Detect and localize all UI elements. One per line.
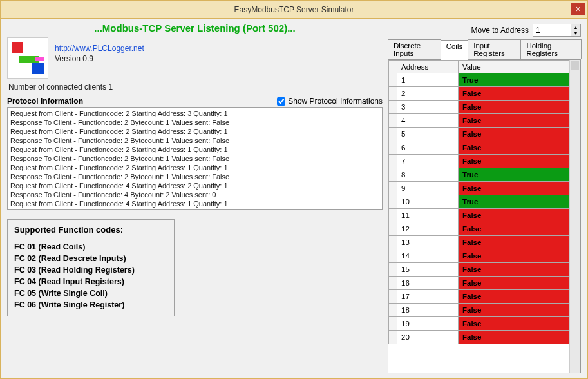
cell-address[interactable]: 9 [397, 182, 459, 195]
cell-value[interactable]: False [459, 222, 569, 236]
row-header [389, 101, 397, 114]
header-text: http://www.PLCLogger.net Version 0.9 [55, 37, 144, 63]
cell-address[interactable]: 16 [397, 277, 459, 290]
col-value[interactable]: Value [459, 61, 569, 73]
cell-value[interactable]: False [459, 141, 569, 155]
table-row[interactable]: 13False [389, 236, 569, 249]
cell-value[interactable]: False [459, 236, 569, 249]
show-protocol-input[interactable] [277, 97, 285, 106]
table-row[interactable]: 2False [389, 87, 569, 101]
cell-value[interactable]: False [459, 249, 569, 263]
cell-value[interactable]: False [459, 114, 569, 128]
protocol-log[interactable]: Request from Client - Functioncode: 2 St… [7, 107, 383, 210]
show-protocol-label: Show Protocol Informations [288, 97, 383, 106]
cell-value[interactable]: True [459, 195, 569, 209]
window-title: EasyModbusTCP Server Simulator [234, 5, 354, 14]
show-protocol-checkbox[interactable]: Show Protocol Informations [277, 97, 383, 106]
cell-value[interactable]: False [459, 87, 569, 101]
table-row[interactable]: 8True [389, 168, 569, 182]
cell-address[interactable]: 2 [397, 87, 459, 101]
table-row[interactable]: 1True [389, 73, 569, 87]
cell-address[interactable]: 1 [397, 73, 459, 87]
cell-value[interactable]: False [459, 304, 569, 317]
protocol-header-row: Protocol Information Show Protocol Infor… [7, 97, 383, 106]
log-line: Response To Client - Functioncode: 2 Byt… [10, 172, 379, 181]
cell-value[interactable]: False [459, 209, 569, 222]
cell-value[interactable]: False [459, 182, 569, 195]
table-row[interactable]: 3False [389, 101, 569, 114]
spinner-down-icon[interactable]: ▼ [571, 30, 580, 36]
cell-address[interactable]: 12 [397, 222, 459, 236]
table-row[interactable]: 6False [389, 141, 569, 155]
cell-value[interactable]: False [459, 128, 569, 141]
tab-discrete-inputs[interactable]: Discrete Inputs [388, 39, 441, 59]
table-row[interactable]: 19False [389, 317, 569, 331]
cell-value[interactable]: False [459, 101, 569, 114]
move-label: Move to Address [471, 26, 529, 35]
row-header [389, 155, 397, 168]
row-header [389, 222, 397, 236]
address-input[interactable] [533, 24, 571, 36]
cell-value[interactable]: False [459, 263, 569, 277]
table-row[interactable]: 11False [389, 209, 569, 222]
data-grid[interactable]: Address Value 1True2False3False4False5Fa… [388, 60, 569, 373]
table-row[interactable]: 17False [389, 290, 569, 304]
spinner-up-icon[interactable]: ▲ [571, 24, 580, 30]
cell-address[interactable]: 15 [397, 263, 459, 277]
table-row[interactable]: 10True [389, 195, 569, 209]
cell-address[interactable]: 20 [397, 331, 459, 344]
row-header [389, 236, 397, 249]
homepage-link[interactable]: http://www.PLCLogger.net [55, 44, 144, 53]
supported-codes-box: Supported Function codes: FC 01 (Read Co… [7, 219, 175, 316]
table-row[interactable]: 5False [389, 128, 569, 141]
cell-address[interactable]: 4 [397, 114, 459, 128]
cell-address[interactable]: 5 [397, 128, 459, 141]
table-row[interactable]: 7False [389, 155, 569, 168]
cell-value[interactable]: True [459, 73, 569, 87]
cell-value[interactable]: False [459, 277, 569, 290]
cell-address[interactable]: 18 [397, 304, 459, 317]
cell-value[interactable]: False [459, 290, 569, 304]
right-column: Move to Address ▲ ▼ Discrete InputsCoils… [388, 24, 581, 373]
table-row[interactable]: 14False [389, 249, 569, 263]
cell-value[interactable]: False [459, 331, 569, 344]
row-header [389, 277, 397, 290]
cell-address[interactable]: 19 [397, 317, 459, 331]
row-header [389, 141, 397, 155]
function-code: FC 02 (Read Descrete Inputs) [14, 253, 167, 264]
table-row[interactable]: 16False [389, 277, 569, 290]
table-row[interactable]: 20False [389, 331, 569, 344]
function-code: FC 06 (Write Single Register) [14, 299, 167, 311]
cell-value[interactable]: False [459, 317, 569, 331]
cell-address[interactable]: 10 [397, 195, 459, 209]
cell-address[interactable]: 14 [397, 249, 459, 263]
cell-address[interactable]: 7 [397, 155, 459, 168]
cell-address[interactable]: 13 [397, 236, 459, 249]
table-row[interactable]: 15False [389, 263, 569, 277]
row-header [389, 195, 397, 209]
status-line: ...Modbus-TCP Server Listening (Port 502… [7, 23, 383, 34]
row-header [389, 290, 397, 304]
tab-coils[interactable]: Coils [441, 40, 469, 60]
row-header [389, 331, 397, 344]
cell-value[interactable]: True [459, 168, 569, 182]
cell-address[interactable]: 3 [397, 101, 459, 114]
address-spinner[interactable]: ▲ ▼ [533, 24, 581, 37]
table-row[interactable]: 4False [389, 114, 569, 128]
tab-input-registers[interactable]: Input Registers [468, 39, 521, 59]
cell-value[interactable]: False [459, 155, 569, 168]
tab-holding-registers[interactable]: Holding Registers [520, 39, 582, 59]
grid-scrollbar[interactable] [569, 60, 580, 373]
grid-wrap: Address Value 1True2False3False4False5Fa… [388, 60, 581, 373]
col-address[interactable]: Address [397, 61, 459, 73]
cell-address[interactable]: 6 [397, 141, 459, 155]
table-row[interactable]: 9False [389, 182, 569, 195]
logo-icon [7, 37, 48, 79]
cell-address[interactable]: 11 [397, 209, 459, 222]
table-row[interactable]: 18False [389, 304, 569, 317]
cell-address[interactable]: 17 [397, 290, 459, 304]
function-code: FC 03 (Read Holding Registers) [14, 264, 167, 276]
table-row[interactable]: 12False [389, 222, 569, 236]
close-button[interactable]: ✕ [571, 3, 585, 15]
cell-address[interactable]: 8 [397, 168, 459, 182]
